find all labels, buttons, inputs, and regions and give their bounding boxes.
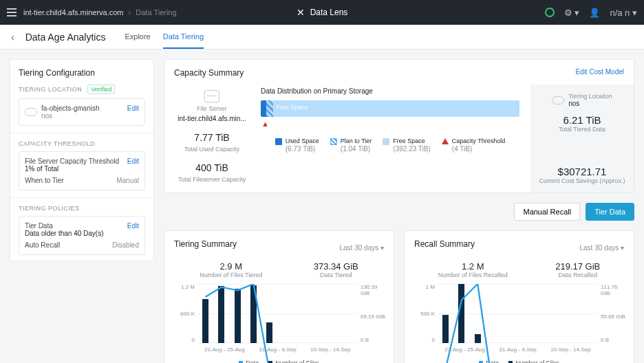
loc-sub: nos: [41, 112, 99, 120]
savings-label: Current Cost Savings (Approx.): [539, 177, 625, 184]
action-row: Manual Recall Tier Data: [164, 203, 634, 221]
recall-range-select[interactable]: Last 30 days ▾: [580, 244, 625, 252]
tiering-summary-title: Tiering Summary: [174, 239, 237, 249]
distribution-title: Data Distribution on Primary Storage: [261, 87, 519, 95]
dist-free-label: Free Space: [277, 104, 309, 111]
capacity-distribution: Data Distribution on Primary Storage Fre…: [261, 87, 519, 183]
tiered-value: 6.21 TiB: [539, 114, 625, 126]
capacity-right: Tiering Locationnos 6.21 TiB Total Tiere…: [530, 85, 634, 192]
recall-summary-title: Recall Summary: [414, 239, 475, 249]
server-icon: [204, 90, 219, 102]
page-title: Data Age Analytics: [25, 32, 106, 43]
tier-data-button[interactable]: Tier Data: [586, 203, 634, 221]
server-label: File Server: [197, 105, 227, 112]
kpi-data-tiered: 373.34 GiB: [314, 261, 358, 272]
kpi-files-recalled: 1.2 M: [438, 261, 508, 272]
server-name: int-tier.child4.afs.min...: [178, 115, 246, 122]
when-value: Manual: [116, 177, 139, 184]
top-bar: int-tier.child4.afs.minerva.com › Data T…: [0, 0, 644, 25]
recall-chart: 1 M500 K0 111.76 GiB55.88 GiB0 B 21-Aug …: [414, 284, 624, 353]
edit-policy-link[interactable]: Edit: [127, 222, 139, 230]
auto-recall-value: Disabled: [112, 241, 139, 249]
loc-name: fa-objects-gmanish: [41, 104, 99, 112]
edit-location-link[interactable]: Edit: [127, 104, 139, 112]
edit-cost-model-link[interactable]: Edit Cost Model: [575, 68, 624, 85]
capacity-left: File Server int-tier.child4.afs.min... 7…: [174, 87, 250, 183]
breadcrumb: int-tier.child4.afs.minerva.com › Data T…: [23, 8, 177, 16]
hamburger-icon[interactable]: [7, 8, 17, 16]
tiering-config-panel: Tiering Configuration TIERING LOCATION V…: [10, 59, 154, 261]
recall-summary-panel: Recall Summary Last 30 days ▾ 1.2 MNumbe…: [404, 230, 634, 363]
when-label: When to Tier: [25, 177, 64, 184]
capacity-summary-panel: Capacity Summary Edit Cost Model File Se…: [164, 59, 634, 193]
status-indicator-icon[interactable]: [545, 8, 555, 17]
tabs: Explore Data Tiering: [125, 25, 204, 49]
used-capacity-value: 7.77 TiB: [194, 132, 229, 143]
threshold-swatch-icon: [442, 138, 449, 144]
tiering-range-select[interactable]: Last 30 days ▾: [340, 244, 385, 252]
tiering-location-card: fa-objects-gmanish nos Edit: [19, 98, 145, 126]
used-capacity-label: Total Used Capacity: [184, 146, 239, 153]
dist-plan-segment: [266, 100, 272, 117]
kpi-data-recalled: 219.17 GiB: [555, 261, 600, 272]
total-capacity-label: Total Fileserver Capacity: [178, 176, 246, 183]
tiered-label: Total Tiered Data: [539, 126, 625, 133]
breadcrumb-current: Data Tiering: [136, 8, 176, 16]
tiering-policies-card: Tier Data Data older than 40 Day(s) Edit…: [19, 216, 145, 255]
cloud-icon: [25, 108, 37, 116]
section-tiering-policies: TIERING POLICIES: [19, 205, 145, 212]
distribution-legend: Used Space(6.73 TiB) Plan to Tier(1.04 T…: [261, 138, 519, 153]
domain-text[interactable]: int-tier.child4.afs.minerva.com: [23, 8, 124, 16]
auto-recall-label: Auto Recall: [25, 241, 60, 249]
kpi-files-tiered: 2.9 M: [200, 261, 262, 272]
distribution-bar: Free Space: [261, 100, 519, 117]
tab-explore[interactable]: Explore: [125, 25, 150, 49]
section-capacity-threshold: CAPACITY THRESHOLD: [19, 140, 145, 147]
tiering-chart: 1.2 M600 K0 130.39 GiB65.19 GiB0 B 21-Au…: [174, 284, 384, 353]
user-name[interactable]: n/a n ▾: [610, 8, 637, 18]
tier-data-value: Data older than 40 Day(s): [25, 230, 104, 237]
section-tiering-location: TIERING LOCATION Verified: [19, 85, 145, 94]
edit-threshold-link[interactable]: Edit: [127, 157, 139, 165]
gear-icon[interactable]: ⚙ ▾: [564, 8, 580, 18]
plan-swatch-icon: [330, 138, 337, 145]
used-swatch-icon: [275, 138, 282, 145]
back-icon[interactable]: ‹: [11, 32, 14, 43]
user-icon[interactable]: 👤: [589, 8, 600, 18]
threshold-marker-icon: ▲: [261, 120, 519, 128]
chevron-right-icon: ›: [129, 8, 131, 16]
savings-value: $30721.71: [539, 166, 625, 177]
panel-title: Tiering Configuration: [19, 68, 145, 78]
app-logo-icon: ✕: [297, 7, 305, 18]
total-capacity-value: 400 TiB: [195, 162, 228, 173]
cap-thr-value: 1% of Total: [25, 165, 119, 173]
cloud-icon: [552, 96, 564, 104]
app-title: Data Lens: [310, 8, 348, 17]
cap-thr-label: File Server Capacity Threshold: [25, 157, 119, 165]
capacity-threshold-card: File Server Capacity Threshold 1% of Tot…: [19, 151, 145, 190]
tier-data-label: Tier Data: [25, 222, 104, 230]
free-swatch-icon: [383, 138, 389, 145]
tab-data-tiering[interactable]: Data Tiering: [163, 25, 204, 49]
dist-used-segment: [261, 100, 266, 117]
verified-badge: Verified: [87, 85, 115, 94]
capacity-title: Capacity Summary: [174, 68, 244, 78]
sub-header: ‹ Data Age Analytics Explore Data Tierin…: [0, 25, 644, 50]
tiering-summary-panel: Tiering Summary Last 30 days ▾ 2.9 MNumb…: [164, 230, 394, 363]
manual-recall-button[interactable]: Manual Recall: [514, 203, 580, 221]
